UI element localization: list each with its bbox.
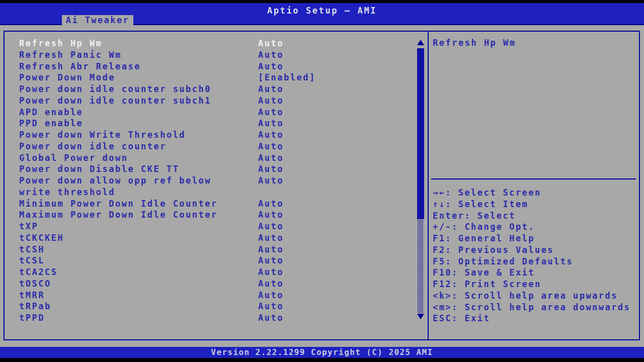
setting-row-continuation: write threshold (5, 187, 407, 198)
setting-name: tCKCKEH (19, 232, 64, 244)
help-title: Refresh Hp Wm (433, 38, 516, 48)
setting-name: PPD enable (19, 118, 83, 129)
setting-value: Auto (258, 209, 284, 221)
setting-value: [Enabled] (258, 72, 316, 83)
setting-value: Auto (258, 198, 284, 210)
page-title: Aptio Setup – AMI (0, 6, 644, 16)
setting-row[interactable]: tXPAuto (5, 221, 407, 232)
setting-row[interactable]: Maximum Power Down Idle CounterAuto (5, 209, 407, 221)
setting-row[interactable]: Refresh Panic WmAuto (5, 49, 407, 61)
setting-row[interactable]: tCKCKEHAuto (5, 232, 407, 244)
setting-row[interactable]: tCSLAuto (5, 255, 407, 266)
version-text: Version 2.22.1299 Copyright (C) 2025 AMI (211, 347, 433, 357)
setting-value: Auto (258, 95, 284, 107)
setting-name: Power down allow opp ref below (19, 175, 211, 187)
content-box: Refresh Hp WmAutoRefresh Panic WmAutoRef… (4, 31, 640, 340)
footer-gap (0, 340, 644, 347)
key-binding: <k>: Scroll help area upwards (433, 290, 639, 302)
key-binding: F5: Optimized Defaults (433, 256, 639, 267)
setting-name: APD enable (19, 107, 83, 118)
setting-row[interactable]: tMRRAuto (5, 290, 407, 301)
key-binding: F10: Save & Exit (433, 267, 639, 279)
footer: Version 2.22.1299 Copyright (C) 2025 AMI (0, 347, 644, 358)
setting-name: Power down idle counter subch0 (19, 83, 211, 95)
setting-name: Power Down Mode (19, 72, 115, 83)
scrollbar[interactable] (416, 32, 425, 339)
setting-value: Auto (258, 83, 284, 95)
setting-name: tRPab (19, 301, 51, 312)
setting-row[interactable]: PPD enableAuto (5, 118, 407, 129)
setting-row[interactable]: Power Down Mode[Enabled] (5, 72, 407, 83)
setting-value: Auto (258, 129, 284, 141)
setting-row[interactable]: APD enableAuto (5, 107, 407, 118)
setting-row[interactable]: Power down Disable CKE TTAuto (5, 163, 407, 175)
setting-value: Auto (258, 141, 284, 152)
setting-row[interactable]: tRPabAuto (5, 301, 407, 312)
setting-value: Auto (258, 290, 284, 301)
setting-row[interactable]: Refresh Abr ReleaseAuto (5, 61, 407, 72)
setting-name: tXP (19, 221, 38, 232)
scrollbar-track[interactable] (418, 220, 424, 313)
bios-setup-screen: Aptio Setup – AMI Ai Tweaker Refresh Hp … (0, 0, 644, 362)
setting-value: Auto (258, 312, 284, 324)
tab-label: Ai Tweaker (66, 15, 129, 25)
setting-value: Auto (258, 232, 284, 244)
key-binding: F12: Print Screen (433, 279, 639, 290)
setting-name: write threshold (19, 187, 115, 198)
setting-row[interactable]: tOSCOAuto (5, 278, 407, 290)
settings-list: Refresh Hp WmAutoRefresh Panic WmAutoRef… (5, 38, 407, 324)
setting-name: Power down idle counter (19, 141, 167, 152)
setting-name: Global Power down (19, 152, 128, 164)
setting-name: Power down idle counter subch1 (19, 95, 211, 107)
setting-value: Auto (258, 163, 284, 175)
key-binding: →←: Select Screen (433, 187, 639, 199)
scroll-down-arrow-icon[interactable] (417, 314, 424, 319)
setting-name: Refresh Abr Release (19, 61, 141, 72)
setting-name: tPPD (19, 312, 45, 324)
setting-name: tMRR (19, 290, 45, 301)
setting-row[interactable]: Power down Write ThresholdAuto (5, 129, 407, 141)
key-binding: <m>: Scroll help area downwards (433, 302, 639, 313)
setting-value: Auto (258, 221, 284, 232)
bottom-black-strip (0, 358, 644, 362)
key-binding: +/-: Change Opt. (433, 221, 639, 233)
key-binding: F2: Previous Values (433, 244, 639, 256)
help-divider (431, 178, 636, 179)
setting-value: Auto (258, 255, 284, 266)
setting-row[interactable]: Power down idle counter subch1Auto (5, 95, 407, 107)
setting-name: Refresh Hp Wm (19, 38, 103, 49)
setting-value: Auto (258, 61, 284, 72)
setting-value: Auto (258, 266, 284, 278)
setting-row[interactable]: Global Power downAuto (5, 152, 407, 164)
setting-row[interactable]: Power down idle counter subch0Auto (5, 83, 407, 95)
setting-row[interactable]: tCA2CSAuto (5, 266, 407, 278)
setting-row[interactable]: tPPDAuto (5, 312, 407, 324)
setting-row[interactable]: tCSHAuto (5, 244, 407, 255)
key-binding: ↑↓: Select Item (433, 199, 639, 210)
setting-name: tOSCO (19, 278, 51, 290)
setting-name: Power down Write Threshold (19, 129, 186, 141)
setting-row[interactable]: Power down allow opp ref belowAuto (5, 175, 407, 187)
setting-value: Auto (258, 278, 284, 290)
setting-name: tCA2CS (19, 266, 57, 278)
setting-row[interactable]: Refresh Hp WmAuto (5, 38, 407, 49)
setting-value: Auto (258, 152, 284, 164)
setting-value: Auto (258, 38, 284, 49)
key-legend: →←: Select Screen↑↓: Select ItemEnter: S… (433, 187, 639, 324)
setting-name: Maximum Power Down Idle Counter (19, 209, 218, 221)
key-binding: ESC: Exit (433, 313, 639, 324)
setting-name: Minimum Power Down Idle Counter (19, 198, 218, 210)
scroll-up-arrow-icon[interactable] (417, 40, 424, 45)
setting-value: Auto (258, 49, 284, 61)
setting-row[interactable]: Power down idle counterAuto (5, 141, 407, 152)
tab-ai-tweaker[interactable]: Ai Tweaker (62, 15, 133, 25)
setting-name: Refresh Panic Wm (19, 49, 122, 61)
setting-value: Auto (258, 175, 284, 187)
setting-value: Auto (258, 244, 284, 255)
scrollbar-thumb[interactable] (417, 48, 424, 219)
setting-name: tCSL (19, 255, 45, 266)
setting-row[interactable]: Minimum Power Down Idle CounterAuto (5, 198, 407, 210)
help-panel: Refresh Hp Wm →←: Select Screen↑↓: Selec… (428, 32, 639, 339)
setting-value: Auto (258, 107, 284, 118)
setting-name: tCSH (19, 244, 45, 255)
